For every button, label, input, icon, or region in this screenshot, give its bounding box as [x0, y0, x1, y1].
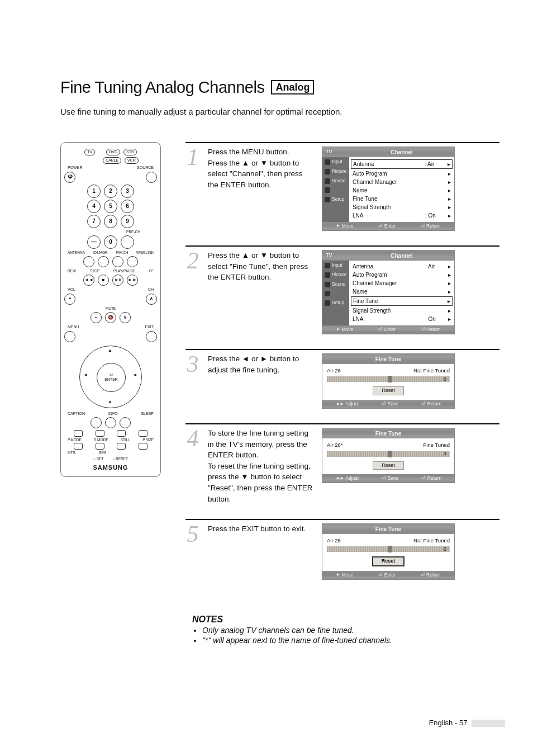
finetune-body: Air 26Not Fine Tuned0Reset [322, 364, 454, 400]
note-item: Only analog TV channels can be fine tune… [202, 626, 499, 635]
menu-button [64, 331, 75, 342]
osd-row: Channel Manager▸ [353, 178, 451, 186]
digit-3: 3 [121, 185, 134, 198]
osd-row: LNA: On▸ [353, 211, 451, 220]
step-screen: Fine TuneAir 26Not Fine Tuned0Reset✦ Mov… [322, 523, 499, 580]
osd-footer-item: ⏎ Save [382, 475, 398, 481]
mode-cable: CABLE [103, 157, 121, 164]
lbl-favch: FAV.CH [116, 251, 128, 254]
osd-row: Antenna: Air▸ [351, 159, 453, 169]
osd-title: Channel [353, 252, 451, 259]
osd-row: Antenna: Air▸ [353, 262, 451, 271]
color-buttons [68, 430, 154, 437]
title-row: Fine Tuning Analog Channels Analog [60, 78, 499, 97]
step-number: 2 [185, 250, 200, 334]
osd-row: Auto Program▸ [353, 169, 451, 178]
up-icon: ▲ [108, 348, 112, 353]
ch-up: ∧ [146, 294, 157, 305]
ft-channel: Air 26 [327, 367, 341, 374]
osd-sidebar: InputPictureSoundSetup [322, 157, 349, 222]
osd-channel: TVChannelInputPictureSoundSetupAntenna: … [322, 250, 455, 334]
exit-button [146, 331, 157, 342]
notes-block: NOTES Only analog TV channels can be fin… [192, 615, 499, 645]
osd-side-icon [325, 187, 330, 193]
ff-button: ►► [127, 275, 138, 286]
prech-label: PRE-CH [64, 230, 157, 234]
osd-sidebar-item: Setup [322, 298, 349, 308]
steps: 1Press the MENU button.Press the ▲ or ▼ … [185, 142, 499, 594]
osd-row: Signal Strength▸ [353, 203, 451, 211]
step: 3Press the ◄ or ► button to adjust the f… [185, 349, 499, 409]
step-screen: Fine TuneAir 26Not Fine Tuned0Reset◄► Ad… [322, 353, 499, 409]
osd-row: Channel Manager▸ [353, 279, 451, 287]
osd-footer-item: ◄► Adjust [335, 401, 359, 407]
osd-footer: ◄► Adjust⏎ Save⏎ Return [322, 400, 454, 408]
digit-4: 4 [87, 200, 101, 213]
osd-tv-label: TV [326, 252, 353, 259]
ft-channel: Air 26 [327, 537, 341, 544]
dpad: ▲ ▼ ◄ ► ⏎ENTER [79, 346, 142, 408]
enter-button: ⏎ENTER [97, 363, 126, 392]
step: 2Press the ▲ or ▼ button to select "Fine… [185, 245, 499, 334]
osd-row: Signal Strength▸ [353, 306, 451, 315]
osd-footer: ✦ Move⏎ Enter⏎ Return [322, 222, 454, 230]
lbl-antenna: ANTENNA [68, 251, 85, 254]
mode-stb: STB [123, 149, 137, 155]
source-label: SOURCE [137, 166, 154, 170]
osd-main: Antenna: Air▸Auto Program▸Channel Manage… [349, 261, 454, 325]
step-number: 3 [185, 353, 200, 409]
brand-label: SAMSUNG [64, 464, 157, 471]
digit-1: 1 [87, 185, 101, 198]
ft-bar: 0 [327, 546, 450, 552]
osd-finetune: Fine TuneAir 26Not Fine Tuned0Reset◄► Ad… [322, 353, 455, 409]
osd-footer-item: ⏎ Return [421, 327, 441, 333]
osd-finetune: Fine TuneAir 26Not Fine Tuned0Reset✦ Mov… [322, 523, 455, 580]
osd-tv-label: TV [326, 149, 353, 155]
osd-side-icon [325, 272, 330, 278]
osd-footer-item: ⏎ Return [421, 401, 441, 407]
osd-sidebar-item: Input [322, 261, 349, 270]
osd-side-icon [325, 263, 330, 268]
note-item: "*" will appear next to the name of fine… [202, 636, 499, 645]
osd-sidebar-item: Sound [322, 280, 349, 289]
step-text: To store the fine tuning setting in the … [208, 428, 314, 504]
osd-footer: ✦ Move⏎ Enter⏎ Return [322, 571, 454, 579]
osd-sidebar-item [322, 289, 349, 298]
intro-text: Use fine tuning to manually adjust a par… [60, 107, 499, 116]
left-icon: ◄ [83, 373, 88, 378]
digit-5: 5 [104, 200, 117, 213]
osd-title: Fine Tune [326, 430, 451, 437]
vol-dn: − [91, 312, 102, 323]
osd-sidebar-item: Input [322, 157, 349, 167]
osd-row: Auto Program▸ [353, 271, 451, 279]
footer-box [472, 720, 505, 727]
step-screen: TVChannelInputPictureSoundSetupAntenna: … [322, 250, 499, 334]
step: 4To store the fine tuning setting in the… [185, 423, 499, 504]
osd-side-icon [325, 300, 330, 306]
osd-footer-item: ◄► Adjust [335, 475, 359, 481]
osd-footer-item: ✦ Move [336, 327, 353, 333]
osd-main: Antenna: Air▸Auto Program▸Channel Manage… [349, 157, 454, 222]
mode-vcr: VCR [125, 157, 139, 164]
power-label: POWER [68, 166, 82, 170]
osd-row: Fine Tune▸ [351, 296, 453, 306]
osd-row: LNA: On▸ [353, 315, 451, 323]
step-screen: TVChannelInputPictureSoundSetupAntenna: … [322, 147, 499, 231]
digit-2: 2 [104, 185, 117, 198]
ft-bar: 3 [327, 451, 450, 457]
page-footer: English - 57 [429, 719, 505, 727]
osd-sidebar-item: Picture [322, 167, 349, 176]
osd-row: Name▸ [353, 186, 451, 195]
right-icon: ► [134, 373, 138, 378]
osd-footer-item: ⏎ Return [421, 572, 441, 578]
notes-list: Only analog TV channels can be fine tune… [192, 626, 499, 645]
osd-sidebar-item: Sound [322, 176, 349, 186]
step-number: 4 [185, 428, 200, 504]
stop-button: ■ [98, 275, 109, 286]
digit-0: 0 [104, 235, 117, 249]
lbl-wiselink: WISELINK [136, 251, 154, 254]
osd-footer-item: ✦ Move [336, 572, 353, 578]
osd-title: Fine Tune [326, 356, 451, 363]
osd-footer: ✦ Move⏎ Enter⏎ Return [322, 325, 454, 334]
osd-row: Name▸ [353, 287, 451, 296]
